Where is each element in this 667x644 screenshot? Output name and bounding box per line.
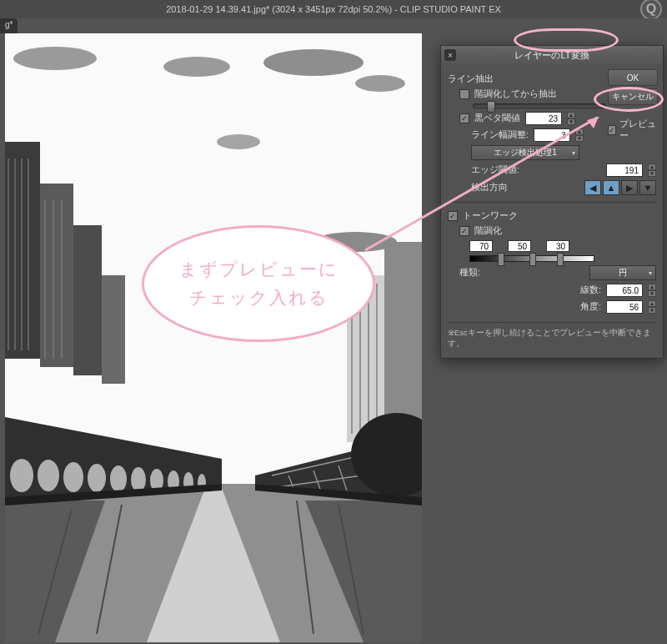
svg-point-24 bbox=[10, 459, 33, 492]
posterize-checkbox[interactable] bbox=[459, 226, 469, 236]
tone-work-checkbox[interactable] bbox=[448, 211, 458, 221]
annotation-text-1: まずプレビューに bbox=[179, 255, 339, 284]
dir-left-icon[interactable]: ◀ bbox=[584, 180, 601, 195]
black-fill-label: 黒ベタ閾値 bbox=[474, 113, 520, 124]
type-label: 種類: bbox=[459, 267, 480, 279]
extract-slider[interactable] bbox=[473, 103, 606, 108]
titlebar: 2018-01-29 14.39.41.jpg* (3024 x 3451px … bbox=[0, 0, 667, 18]
svg-point-5 bbox=[217, 134, 260, 149]
svg-point-26 bbox=[63, 462, 83, 492]
svg-point-27 bbox=[88, 464, 106, 492]
dir-right-icon[interactable]: ▶ bbox=[621, 180, 638, 195]
posterize-gradient-slider[interactable] bbox=[469, 255, 594, 262]
posterize-extract-label: 階調化してから抽出 bbox=[474, 88, 557, 100]
document-tab[interactable]: g* bbox=[0, 18, 18, 33]
esc-note: ※Escキーを押し続けることでプレビューを中断できます。 bbox=[448, 322, 656, 350]
detect-dir-label: 検出方向 bbox=[471, 182, 508, 194]
edge-threshold-spinner[interactable]: ▲▼ bbox=[648, 164, 656, 177]
lines-label: 線数: bbox=[580, 284, 601, 296]
edge-threshold-input[interactable]: 191 bbox=[606, 164, 643, 177]
svg-rect-10 bbox=[102, 275, 125, 384]
edge-detect-select[interactable]: エッジ検出処理1 bbox=[471, 145, 579, 160]
annotation-speech-bubble: まずプレビューに チェック入れる bbox=[142, 225, 375, 342]
ok-button[interactable]: OK bbox=[608, 69, 658, 86]
annotation-text-2: チェック入れる bbox=[179, 284, 339, 312]
line-width-label: ライン幅調整: bbox=[471, 129, 529, 141]
preview-label: プレビュー bbox=[619, 118, 658, 142]
lt-convert-dialog: × レイヤーのLT変換 OK キャンセル プレビュー ライン抽出 階調化してから… bbox=[440, 45, 664, 359]
svg-point-28 bbox=[110, 465, 127, 492]
type-select[interactable]: 円 bbox=[589, 265, 656, 280]
tone-work-title: トーンワーク bbox=[463, 209, 518, 222]
svg-point-3 bbox=[263, 49, 364, 76]
dialog-title: レイヤーのLT変換 bbox=[514, 49, 589, 62]
lines-spinner[interactable]: ▲▼ bbox=[648, 284, 656, 297]
posterize-extract-checkbox[interactable] bbox=[459, 89, 469, 99]
line-width-input[interactable]: 3 bbox=[534, 128, 570, 142]
dialog-titlebar[interactable]: × レイヤーのLT変換 bbox=[441, 46, 663, 64]
black-fill-input[interactable]: 23 bbox=[525, 112, 562, 125]
angle-spinner[interactable]: ▲▼ bbox=[648, 300, 656, 314]
black-fill-checkbox[interactable] bbox=[459, 113, 469, 123]
svg-point-1 bbox=[13, 47, 97, 70]
edge-threshold-label: エッジ閾値: bbox=[471, 164, 519, 176]
quick-access-icon[interactable]: Q bbox=[640, 0, 662, 20]
svg-rect-7 bbox=[5, 142, 40, 359]
angle-input[interactable]: 56 bbox=[606, 300, 643, 314]
detect-direction-group: ◀ ▲ ▶ ▼ bbox=[584, 180, 656, 195]
posterize-val-3[interactable]: 30 bbox=[546, 240, 569, 252]
preview-checkbox[interactable] bbox=[608, 125, 616, 135]
svg-point-2 bbox=[163, 57, 230, 77]
dir-up-icon[interactable]: ▲ bbox=[603, 180, 619, 195]
angle-label: 角度: bbox=[580, 301, 601, 313]
black-fill-spinner[interactable]: ▲▼ bbox=[567, 112, 575, 125]
posterize-val-2[interactable]: 50 bbox=[508, 240, 531, 252]
window-title: 2018-01-29 14.39.41.jpg* (3024 x 3451px … bbox=[166, 4, 501, 14]
close-icon[interactable]: × bbox=[444, 49, 456, 61]
line-width-spinner[interactable]: ▲▼ bbox=[575, 128, 584, 142]
cancel-button[interactable]: キャンセル bbox=[608, 88, 658, 105]
posterize-val-1[interactable]: 70 bbox=[469, 240, 493, 252]
dir-down-icon[interactable]: ▼ bbox=[639, 180, 656, 195]
svg-point-29 bbox=[131, 467, 146, 492]
posterize-label: 階調化 bbox=[474, 225, 502, 237]
svg-point-25 bbox=[38, 460, 59, 491]
svg-point-4 bbox=[355, 75, 405, 92]
posterize-values: 70 50 30 bbox=[469, 240, 656, 252]
lines-input[interactable]: 65.0 bbox=[606, 284, 643, 297]
svg-rect-9 bbox=[73, 225, 102, 375]
